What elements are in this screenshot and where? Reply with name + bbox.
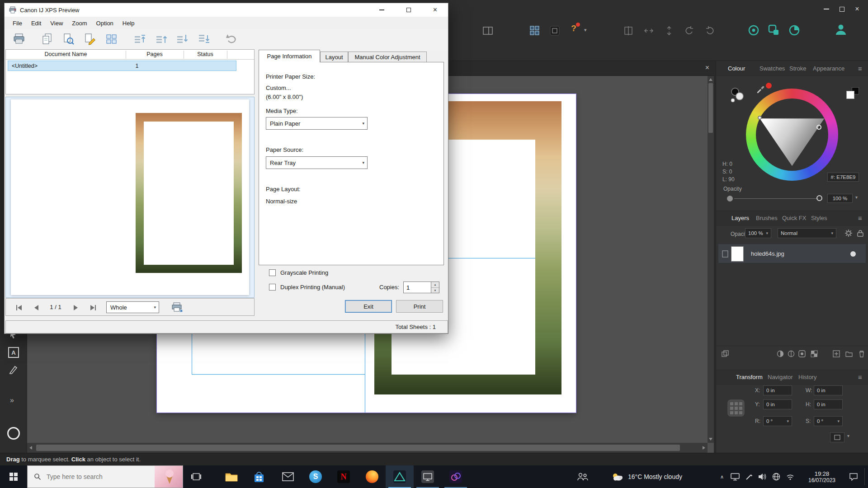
rotate-cw-icon[interactable]	[704, 25, 715, 36]
tab-layers[interactable]: Layers	[731, 215, 749, 221]
taskbar-utility-app[interactable]	[414, 465, 442, 488]
copies-stepper[interactable]: ▲ ▼	[431, 282, 439, 293]
taskbar-store[interactable]	[245, 465, 273, 488]
triangle-selector[interactable]	[758, 116, 762, 120]
colour-wheel[interactable]	[746, 89, 838, 181]
layer-row[interactable]: holed64s.jpg	[718, 244, 866, 263]
menu-edit[interactable]: Edit	[27, 18, 46, 28]
r-field[interactable]: 0 °▾	[763, 416, 792, 426]
menu-view[interactable]: View	[46, 18, 67, 28]
start-button[interactable]	[0, 465, 27, 488]
exit-button[interactable]: Exit	[345, 300, 392, 313]
rotate-ccw-icon[interactable]	[684, 25, 695, 36]
anchor-point-selector[interactable]	[726, 398, 746, 418]
document-row[interactable]: <Untitled> 1	[8, 61, 236, 71]
tab-transform[interactable]: Transform	[736, 374, 763, 380]
tab-colour[interactable]: Colour	[728, 65, 745, 72]
canon-titlebar[interactable]: Canon IJ XPS Preview ×	[5, 3, 448, 17]
print-button[interactable]: Print	[396, 300, 443, 313]
taskbar-mail[interactable]	[274, 465, 302, 488]
tab-layout[interactable]: Layout	[320, 52, 348, 62]
move-to-bottom-icon[interactable]	[196, 30, 212, 47]
previous-page-button[interactable]	[30, 302, 42, 313]
opacity-slider-knob[interactable]	[816, 195, 822, 201]
move-down-icon[interactable]	[175, 30, 190, 47]
more-tools-expander[interactable]: »	[10, 396, 14, 404]
tray-display-icon[interactable]	[728, 465, 742, 488]
stepper-down-icon[interactable]: ▼	[431, 288, 439, 293]
scroll-down-icon[interactable]	[709, 438, 712, 441]
maximize-button[interactable]	[398, 4, 419, 16]
people-button[interactable]	[569, 465, 597, 488]
tab-swatches[interactable]: Swatches	[760, 65, 785, 72]
hex-value-badge[interactable]: #: E7E8E9	[827, 173, 859, 182]
layer-visible-dot[interactable]	[850, 251, 856, 257]
clock[interactable]: 19:28 16/07/2023	[799, 465, 844, 488]
scroll-up-icon[interactable]	[709, 78, 712, 81]
tab-history[interactable]: History	[798, 374, 816, 380]
tab-styles[interactable]: Styles	[811, 215, 827, 221]
flip-horizontal-icon[interactable]	[643, 25, 654, 36]
taskbar-file-explorer[interactable]	[217, 465, 245, 488]
tab-appearance[interactable]: Appearance	[813, 65, 844, 72]
add-layer-icon[interactable]	[832, 350, 840, 358]
col-pages[interactable]: Pages	[126, 51, 184, 57]
blend-mode-dropdown[interactable]: Normal▾	[778, 228, 836, 238]
help-chevron-icon[interactable]: ▾	[584, 27, 587, 33]
layer-thumbnail[interactable]	[731, 246, 744, 262]
grayscale-checkbox[interactable]	[269, 269, 276, 276]
move-up-icon[interactable]	[154, 30, 169, 47]
search-highlight-image[interactable]	[155, 466, 183, 488]
live-filter-icon[interactable]	[798, 350, 806, 358]
close-button[interactable]: ×	[425, 4, 445, 16]
delete-layer-icon[interactable]	[858, 350, 866, 358]
duplicate-layer-icon[interactable]	[721, 350, 729, 358]
undo-icon[interactable]	[224, 30, 240, 47]
preferences-icon[interactable]	[549, 25, 561, 37]
h-field[interactable]: 0 in	[814, 399, 843, 409]
document-close-icon[interactable]: ×	[705, 64, 709, 72]
pasteboard-toggle[interactable]	[830, 432, 844, 442]
next-page-button[interactable]	[70, 302, 81, 313]
first-page-button[interactable]	[13, 302, 25, 313]
search-input[interactable]	[46, 473, 136, 481]
scroll-right-icon[interactable]	[703, 446, 705, 450]
tray-pen-icon[interactable]	[742, 465, 756, 488]
canvas-vscrollbar[interactable]	[708, 76, 714, 443]
zoom-select[interactable]: Whole▾	[106, 301, 159, 313]
affinity-close-button[interactable]: ×	[849, 2, 865, 16]
col-document-name[interactable]: Document Name	[6, 51, 126, 57]
menu-option[interactable]: Option	[92, 18, 118, 28]
hue-selector[interactable]	[816, 125, 821, 130]
tab-page-information[interactable]: Page Information	[259, 50, 320, 62]
teal-tool-icon-3[interactable]	[788, 23, 801, 37]
group-layers-icon[interactable]	[845, 350, 853, 358]
x-field[interactable]: 0 in	[763, 385, 792, 395]
tab-stroke[interactable]: Stroke	[789, 65, 807, 72]
vscroll-thumb[interactable]	[708, 83, 713, 133]
action-center-button[interactable]	[844, 465, 863, 488]
align-icon[interactable]	[623, 25, 634, 36]
copies-icon[interactable]	[39, 30, 55, 47]
stepper-up-icon[interactable]: ▲	[431, 282, 439, 288]
print-settings-icon[interactable]	[171, 302, 183, 314]
active-colours-swap-icon[interactable]	[730, 86, 746, 104]
tray-expand-icon[interactable]: ∧	[717, 465, 727, 488]
teal-tool-icon-2[interactable]	[767, 23, 781, 37]
last-page-button[interactable]	[87, 302, 99, 313]
show-desktop-divider[interactable]	[864, 468, 865, 485]
print-button-icon[interactable]	[11, 30, 27, 47]
thumbnail-view-icon[interactable]	[104, 30, 119, 47]
lock-icon[interactable]	[857, 230, 863, 237]
opacity-chevron-icon[interactable]: ▾	[855, 195, 858, 200]
copies-input[interactable]	[403, 282, 431, 293]
menu-file[interactable]: File	[8, 18, 27, 28]
taskbar-netflix[interactable]: N	[330, 465, 358, 488]
primary-colour-chip[interactable]	[846, 91, 854, 99]
artistic-text-tool[interactable]: A	[8, 347, 19, 358]
vector-brush-tool-icon[interactable]	[9, 365, 19, 375]
tab-quickfx[interactable]: Quick FX	[782, 215, 806, 221]
edit-document-icon[interactable]	[82, 30, 98, 47]
panel-toggle-icon[interactable]	[482, 25, 494, 37]
tray-network-icon[interactable]	[769, 465, 783, 488]
